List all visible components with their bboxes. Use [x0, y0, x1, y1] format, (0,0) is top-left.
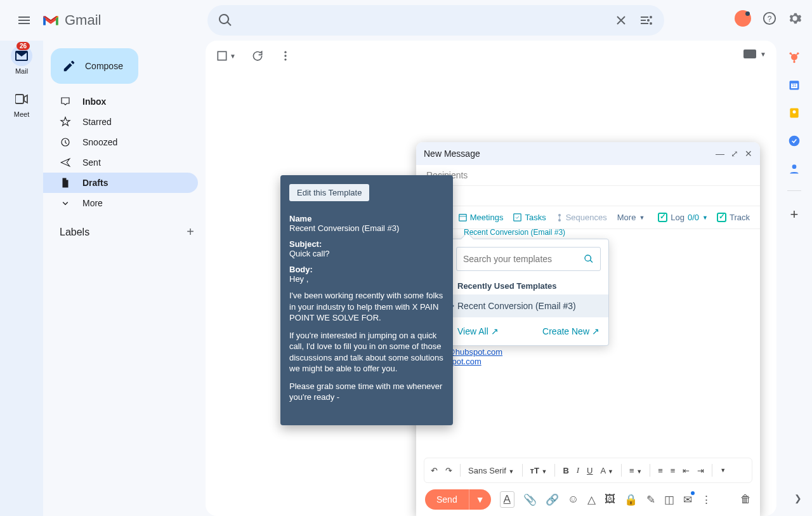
link-icon[interactable]: 🔗: [546, 493, 559, 506]
discard-icon[interactable]: 🗑: [740, 493, 751, 506]
align-icon[interactable]: ≡ ▼: [629, 466, 642, 475]
hubspot-icon[interactable]: [735, 10, 751, 27]
svg-text:?: ?: [768, 15, 772, 23]
svg-point-25: [558, 214, 561, 216]
italic-icon[interactable]: I: [577, 465, 579, 475]
preview-body-label: Body:: [289, 265, 444, 274]
input-tools-button[interactable]: ▼: [743, 50, 766, 58]
labels-header: Labels: [60, 227, 89, 238]
search-options-icon[interactable]: [639, 13, 654, 28]
redo-icon[interactable]: ↷: [445, 466, 452, 475]
tasks-side-icon[interactable]: [788, 135, 801, 147]
drive-icon[interactable]: △: [587, 493, 596, 506]
edit-template-button[interactable]: Edit this Template: [289, 184, 369, 201]
compose-more-icon[interactable]: ⋮: [701, 493, 712, 506]
rail-mail[interactable]: 26 Mail: [11, 46, 32, 75]
text-color-icon[interactable]: A ▼: [601, 466, 614, 475]
view-all-templates[interactable]: View All ↗: [457, 326, 499, 336]
undo-icon[interactable]: ↶: [431, 466, 438, 475]
underline-icon[interactable]: U: [587, 466, 593, 475]
hubspot-toolbar: plates Meetings Tasks Sequences More ▼ L…: [416, 206, 760, 229]
hs-track[interactable]: Track: [717, 213, 750, 222]
template-item-1[interactable]: Recent Conversion (Email #3): [449, 294, 608, 317]
svg-point-22: [792, 164, 797, 169]
confidential-icon[interactable]: 🔒: [624, 493, 638, 506]
subject-field[interactable]: [416, 186, 760, 206]
close-compose-button[interactable]: ✕: [745, 149, 752, 159]
gmail-logo[interactable]: Gmail: [42, 12, 101, 29]
minimize-button[interactable]: —: [716, 149, 724, 159]
search-bar[interactable]: [207, 5, 664, 36]
search-icon[interactable]: [218, 13, 233, 28]
layout-icon[interactable]: ◫: [664, 493, 674, 506]
hubspot-side-icon[interactable]: [788, 51, 801, 63]
templates-popover: Recent Conversion (Email #3) Recently Us…: [448, 239, 609, 346]
format-toolbar: ↶ ↷ Sans Serif ▼ тT ▼ B I U A ▼ ≡ ▼ ≡ ≡ …: [424, 458, 752, 483]
numbered-list-icon[interactable]: ≡: [658, 466, 663, 475]
svg-point-2: [650, 22, 652, 25]
settings-icon[interactable]: [788, 11, 802, 25]
send-button[interactable]: Send▼: [425, 489, 491, 510]
fullscreen-button[interactable]: ⤢: [731, 149, 738, 159]
clear-search-icon[interactable]: [613, 13, 629, 28]
attach-icon[interactable]: 📎: [523, 493, 537, 506]
bold-icon[interactable]: B: [563, 466, 568, 475]
indent-icon[interactable]: ⇥: [697, 466, 704, 475]
font-size-icon[interactable]: тT ▼: [530, 466, 547, 475]
hide-panel-button[interactable]: ❯: [794, 493, 802, 503]
svg-point-20: [793, 110, 796, 114]
nav-drafts[interactable]: Drafts: [43, 173, 198, 193]
rail-meet[interactable]: Meet: [11, 89, 32, 118]
template-search-input[interactable]: [463, 254, 584, 264]
refresh-icon[interactable]: [251, 50, 264, 62]
compose-title: New Message: [424, 149, 480, 159]
nav-sent[interactable]: Sent: [43, 152, 198, 173]
svg-rect-11: [743, 50, 756, 58]
hs-meetings[interactable]: Meetings: [459, 213, 504, 222]
recipients-field[interactable]: Recipients: [416, 165, 760, 186]
preview-subject-label: Subject:: [289, 239, 444, 249]
calendar-side-icon[interactable]: 31: [788, 79, 801, 91]
hs-tasks[interactable]: Tasks: [513, 213, 546, 222]
app-name: Gmail: [65, 12, 101, 29]
add-addon-button[interactable]: +: [790, 206, 799, 223]
text-format-icon[interactable]: A: [500, 491, 514, 508]
preview-subject-value: Quick call?: [289, 249, 444, 258]
compose-label: Compose: [85, 61, 123, 71]
bullet-list-icon[interactable]: ≡: [671, 466, 676, 475]
outdent-icon[interactable]: ⇤: [683, 466, 690, 475]
nav-more[interactable]: More: [43, 193, 198, 213]
emoji-icon[interactable]: ☺: [568, 493, 579, 506]
contacts-side-icon[interactable]: [788, 162, 801, 175]
nav-inbox[interactable]: Inbox: [43, 91, 198, 112]
preview-name-value: Recent Conversion (Email #3): [289, 223, 444, 233]
select-all-checkbox[interactable]: ▼: [216, 50, 236, 62]
svg-point-26: [558, 219, 561, 222]
template-search[interactable]: [456, 247, 601, 271]
nav-snoozed[interactable]: Snoozed: [43, 132, 198, 152]
recent-templates-header: Recently Used Templates: [449, 279, 608, 294]
main-menu-button[interactable]: [16, 13, 32, 28]
nav-starred[interactable]: Starred: [43, 112, 198, 132]
keep-side-icon[interactable]: [788, 107, 801, 119]
template-search-icon[interactable]: [584, 254, 594, 264]
svg-text:31: 31: [792, 83, 797, 88]
support-icon[interactable]: ?: [763, 11, 776, 25]
signature-icon[interactable]: ✎: [646, 493, 655, 506]
more-icon[interactable]: [279, 50, 292, 62]
schedule-icon[interactable]: ✉: [683, 493, 692, 506]
search-input[interactable]: [240, 15, 606, 26]
preview-body-p3: Please grab some time with me whenever y…: [289, 381, 444, 403]
image-icon[interactable]: 🖼: [605, 493, 615, 506]
add-label-button[interactable]: +: [187, 225, 194, 239]
hs-log[interactable]: Log 0/0 ▼: [658, 213, 708, 222]
svg-point-0: [650, 16, 652, 18]
hs-more[interactable]: More ▼: [617, 213, 645, 222]
create-new-template[interactable]: Create New ↗: [542, 326, 599, 336]
svg-point-10: [284, 58, 286, 60]
format-more-icon[interactable]: ▼: [720, 467, 726, 473]
hs-sequences[interactable]: Sequences: [556, 213, 607, 222]
font-select[interactable]: Sans Serif ▼: [468, 466, 514, 475]
compose-button[interactable]: Compose: [51, 48, 138, 84]
preview-name-label: Name: [289, 214, 444, 223]
